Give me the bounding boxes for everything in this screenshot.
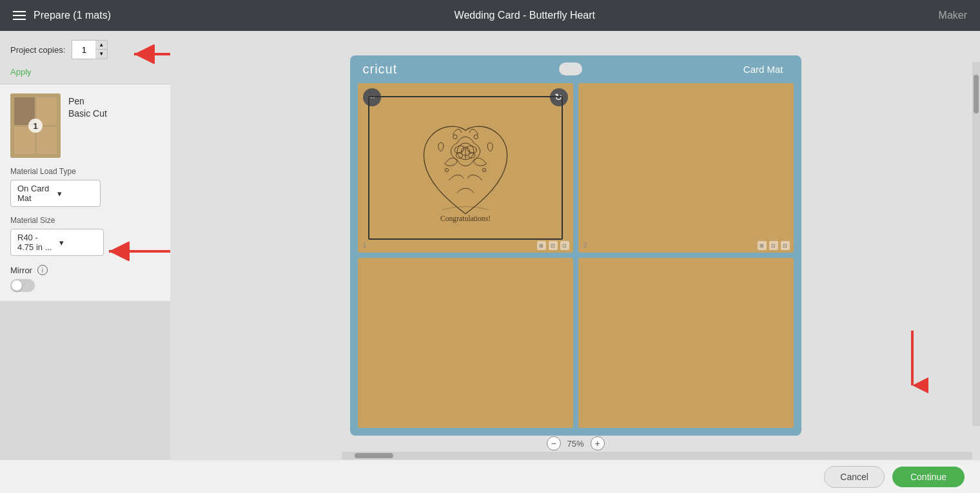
mirror-row: Mirror i [10,265,160,275]
material-size-chevron-icon: ▾ [59,238,97,247]
material-size-select[interactable]: R40 - 4.75 in ... ▾ [10,229,104,256]
device-label: Maker [939,10,967,21]
material-load-type-select[interactable]: On Card Mat ▾ [10,180,101,207]
mat-number-badge: 1 [28,119,43,133]
card-mat-label: Card Mat [743,64,783,75]
svg-point-11 [453,135,456,139]
hamburger-icon[interactable] [13,11,26,20]
zoom-level: 75% [567,439,583,449]
cell-2-icon-2: ⊡ [769,241,778,250]
project-copies-label: Project copies: [10,45,65,55]
canvas-area: cricut Card Mat ··· ↻ [171,31,980,459]
mirror-toggle[interactable] [10,279,35,292]
scrollbar-h-thumb [355,453,393,458]
copies-input-wrapper: ▲ ▼ [72,40,108,59]
svg-point-13 [445,168,448,171]
zoom-bar: − 75% + [546,436,604,450]
zoom-out-button[interactable]: − [546,436,560,450]
scrollbar-horizontal[interactable] [342,452,972,459]
scrollbar-vertical[interactable] [972,62,980,426]
prepare-title: Prepare (1 mats) [34,10,111,21]
svg-text:Congratulations!: Congratulations! [440,215,490,223]
cricut-logo: cricut [363,62,398,77]
cell-1-icon-3: ⊡ [560,241,569,250]
mirror-label: Mirror [10,266,32,275]
material-size-value: R40 - 4.75 in ... [17,233,55,252]
copies-spinner: ▲ ▼ [95,41,107,59]
bottom-bar: Cancel Continue [0,459,980,493]
mat-cell-2: 2 ⊞ ⊡ ⊡ [578,83,794,253]
mat-grid: ··· ↻ [350,83,801,436]
material-size-group: Material Size R40 - 4.75 in ... ▾ [10,216,160,256]
project-name: Wedding Card - Butterfly Heart [455,10,595,21]
red-arrow-size [104,242,171,261]
cell-1-icons: ⊞ ⊡ ⊡ [537,241,569,250]
design-overlay: Congratulations! [368,96,563,240]
cell-1-icon-1: ⊞ [537,241,546,250]
zoom-in-button[interactable]: + [591,436,605,450]
copies-input[interactable] [72,41,95,59]
mat-thumbnail: 1 [10,93,61,158]
scrollbar-v-thumb [974,75,979,113]
continue-button[interactable]: Continue [892,467,965,487]
cell-2-number: 2 [583,241,587,249]
cell-2-icons: ⊞ ⊡ ⊡ [758,241,790,250]
svg-point-12 [473,135,477,139]
sidebar: Project copies: ▲ ▼ Apply [0,31,171,459]
apply-button[interactable]: Apply [10,67,32,77]
material-size-label: Material Size [10,216,160,225]
cell-1-icon-2: ⊡ [549,241,558,250]
mat-cell-3 [358,258,573,428]
mat-thumbnail-section: 1 Pen Basic Cut [0,84,170,167]
cell-1-number: 1 [363,241,367,249]
mirror-group: Mirror i [10,265,160,292]
material-load-type-value: On Card Mat [17,184,54,203]
oval-indicator [559,63,582,75]
canvas-container: cricut Card Mat ··· ↻ [171,31,980,459]
red-arrow-copies [129,44,171,64]
heart-design-svg: Congratulations! [369,97,562,239]
mirror-info-icon[interactable]: i [37,265,48,275]
mat-cell-4 [578,258,794,428]
pen-label: Pen [68,96,107,106]
svg-point-14 [482,168,485,171]
cell-2-icon-1: ⊞ [758,241,767,250]
header-left: Prepare (1 mats) [13,10,111,21]
sidebar-bottom [0,301,170,459]
toggle-knob [12,280,22,291]
sidebar-controls: Material Load Type On Card Mat ▾ Materia… [0,167,170,301]
mat-cell-1: ··· ↻ [358,83,573,253]
svg-point-6 [453,144,465,154]
cancel-button[interactable]: Cancel [824,466,885,488]
mat-info: Pen Basic Cut [68,93,107,119]
material-load-type-group: Material Load Type On Card Mat ▾ [10,167,160,207]
header: Prepare (1 mats) Wedding Card - Butterfl… [0,0,980,31]
copies-up-button[interactable]: ▲ [95,41,107,50]
material-load-type-label: Material Load Type [10,167,160,176]
material-load-type-chevron-icon: ▾ [57,189,93,198]
card-mat-board: cricut Card Mat ··· ↻ [350,55,801,436]
card-mat-header: cricut Card Mat [350,55,801,83]
copies-down-button[interactable]: ▼ [95,50,107,59]
cell-2-icon-3: ⊡ [781,241,790,250]
cut-label: Basic Cut [68,108,107,119]
svg-point-7 [466,144,477,154]
